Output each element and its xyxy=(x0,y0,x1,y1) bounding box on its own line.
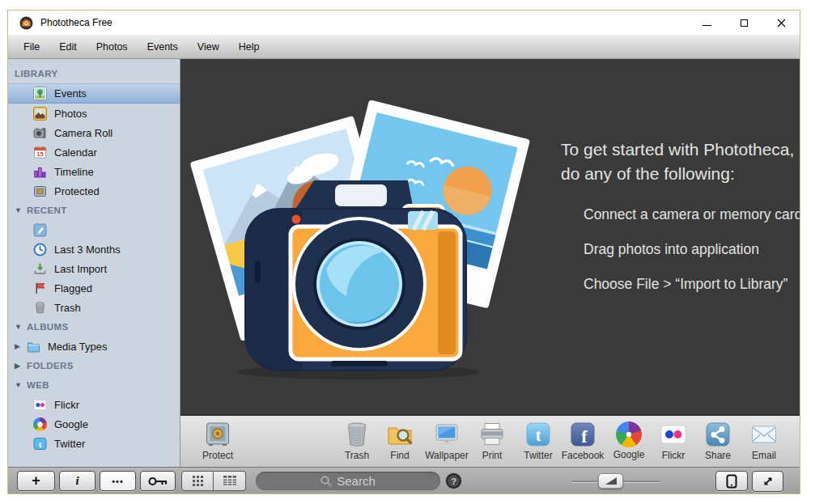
maximize-button[interactable] xyxy=(725,11,762,35)
search-placeholder: Search xyxy=(337,474,376,488)
edit-icon xyxy=(33,223,47,237)
sidebar-item-twitter[interactable]: t Twitter xyxy=(8,434,180,453)
section-web[interactable]: ▼ WEB xyxy=(8,375,180,395)
start-heading: To get started with Phototheca, do any o… xyxy=(561,138,794,186)
flickr-icon xyxy=(660,421,687,448)
sidebar-item-camera-roll[interactable]: Camera Roll xyxy=(8,123,180,142)
twitter-icon: t xyxy=(33,437,47,451)
sidebar-item-events[interactable]: Events xyxy=(8,83,180,104)
calendar-icon: 15 xyxy=(33,146,47,159)
toolbar-print-button[interactable]: Print xyxy=(466,421,518,461)
collapse-arrow-icon: ▼ xyxy=(15,206,27,214)
wallpaper-icon xyxy=(433,421,461,448)
toolbar-wallpaper-button[interactable]: Wallpaper xyxy=(421,421,473,461)
search-input[interactable]: Search xyxy=(256,472,440,490)
main-content: To get started with Phototheca, do any o… xyxy=(180,59,800,414)
sidebar-item-last-3-months[interactable]: Last 3 Months xyxy=(8,239,180,259)
zoom-slider-handle[interactable] xyxy=(598,473,623,489)
toolbar-facebook-button[interactable]: f Facebook xyxy=(557,421,609,461)
statusbar: + i ••• xyxy=(8,467,800,494)
menu-photos[interactable]: Photos xyxy=(87,35,138,58)
sidebar-item-media-types[interactable]: ▶ Media Types xyxy=(8,337,180,356)
info-button[interactable]: i xyxy=(59,471,96,491)
toolbar-label: Twitter xyxy=(524,450,552,461)
grid-view-icon xyxy=(193,476,203,486)
svg-text:t: t xyxy=(39,438,42,448)
sidebar-item-label: Timeline xyxy=(54,166,94,178)
menu-view[interactable]: View xyxy=(188,35,229,58)
print-icon xyxy=(478,421,506,448)
menu-events[interactable]: Events xyxy=(138,35,188,58)
sidebar-item-label: Protected xyxy=(54,185,100,197)
password-button[interactable] xyxy=(140,471,176,491)
sidebar-item-protected[interactable]: Protected xyxy=(8,181,180,201)
section-albums[interactable]: ▼ ALBUMS xyxy=(8,317,180,337)
sidebar-item-label: Google xyxy=(54,418,88,430)
sidebar-item-recent-edit[interactable] xyxy=(8,220,180,239)
sidebar-item-label: Calendar xyxy=(54,146,97,159)
zoom-slider-icon xyxy=(605,477,617,485)
detail-view-button[interactable] xyxy=(214,471,246,491)
timeline-icon xyxy=(33,165,47,179)
sidebar-item-trash[interactable]: Trash xyxy=(8,298,180,317)
toolbar-label: Trash xyxy=(345,450,369,461)
svg-text:f: f xyxy=(581,426,588,447)
collapse-arrow-icon: ▶ xyxy=(15,362,27,370)
import-icon xyxy=(33,262,47,276)
camera-illustration xyxy=(197,104,545,383)
help-button[interactable]: ? xyxy=(446,473,461,489)
fullscreen-button[interactable] xyxy=(752,471,783,492)
add-button[interactable]: + xyxy=(17,471,55,491)
twitter-icon: t xyxy=(524,421,552,448)
section-folders[interactable]: ▶ FOLDERS xyxy=(8,356,180,375)
minimize-button[interactable] xyxy=(688,11,725,35)
toolbar-protect-button[interactable]: Protect xyxy=(192,421,244,461)
sidebar-item-last-import[interactable]: Last Import xyxy=(8,259,180,278)
menu-edit[interactable]: Edit xyxy=(49,35,87,58)
toolbar-label: Google xyxy=(613,449,645,460)
toolbar-find-button[interactable]: Find xyxy=(374,421,426,461)
menubar: File Edit Photos Events View Help xyxy=(8,35,800,59)
sidebar-item-google[interactable]: Google xyxy=(8,414,180,434)
sidebar: LIBRARY Events Phot xyxy=(8,59,180,467)
instruction-import-menu: Choose File > “Import to Library” xyxy=(584,276,787,293)
find-icon xyxy=(386,421,414,448)
sidebar-item-label: Trash xyxy=(54,302,81,314)
action-toolbar: Protect Trash Find xyxy=(180,414,800,467)
window-title: Phototheca Free xyxy=(40,17,112,28)
sidebar-item-calendar[interactable]: 15 Calendar xyxy=(8,142,180,162)
grid-view-button[interactable] xyxy=(181,471,214,491)
section-recent[interactable]: ▼ RECENT xyxy=(8,201,180,220)
facebook-icon: f xyxy=(569,421,596,448)
sidebar-item-flickr[interactable]: Flickr xyxy=(8,395,180,414)
section-library-label: LIBRARY xyxy=(15,69,57,78)
menu-help[interactable]: Help xyxy=(229,35,270,58)
toolbar-email-button[interactable]: Email xyxy=(738,421,790,461)
minimize-icon xyxy=(703,25,711,26)
share-icon xyxy=(704,421,732,448)
section-albums-label: ALBUMS xyxy=(27,322,69,332)
window-controls xyxy=(688,11,800,35)
collapse-arrow-icon: ▼ xyxy=(15,381,27,389)
sidebar-item-photos[interactable]: Photos xyxy=(8,104,180,123)
close-button[interactable] xyxy=(762,11,800,35)
sidebar-item-timeline[interactable]: Timeline xyxy=(8,162,180,181)
menu-file[interactable]: File xyxy=(14,35,49,58)
section-library[interactable]: LIBRARY xyxy=(8,64,180,83)
sidebar-item-flagged[interactable]: Flagged xyxy=(8,278,180,298)
protected-icon xyxy=(33,184,47,198)
sidebar-item-label: Camera Roll xyxy=(54,127,112,139)
more-button[interactable]: ••• xyxy=(100,471,136,491)
flickr-icon xyxy=(33,398,47,412)
expand-arrow-icon[interactable]: ▶ xyxy=(15,342,27,350)
maximize-icon xyxy=(741,19,748,27)
sidebar-item-label: Events xyxy=(54,87,87,100)
section-recent-label: RECENT xyxy=(27,205,67,215)
svg-text:t: t xyxy=(536,426,541,444)
section-web-label: WEB xyxy=(27,380,49,390)
device-view-button[interactable] xyxy=(715,471,748,491)
instruction-drag-photos: Drag photos into application xyxy=(584,241,759,258)
toolbar-share-button[interactable]: Share xyxy=(692,421,744,461)
sidebar-item-label: Twitter xyxy=(54,438,85,450)
view-toggle xyxy=(181,471,246,491)
